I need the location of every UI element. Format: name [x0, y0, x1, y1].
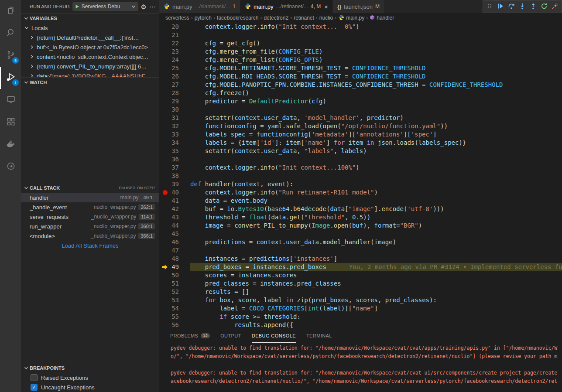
code-line[interactable]: 23 cfg.merge_from_file(CONFIG_FILE)	[159, 48, 562, 56]
code-line[interactable]: 49 pred_boxes = instances.pred_boxesYou,…	[159, 263, 562, 271]
variable-row[interactable]: buf: <_io.BytesIO object at 0x7f5a2dc1ec…	[21, 42, 159, 52]
code-line[interactable]: 28 cfg.freeze()	[159, 89, 562, 97]
line-number-gutter[interactable]: 47	[159, 246, 190, 255]
code-line[interactable]: 56 results.append({	[159, 321, 562, 329]
line-number-gutter[interactable]: 27	[159, 81, 190, 89]
line-number-gutter[interactable]: 56	[159, 321, 190, 329]
line-number-gutter[interactable]: 45	[159, 230, 190, 238]
editor-tab-2[interactable]: {}launch.jsonM	[333, 0, 384, 13]
code-line[interactable]: 50 scores = instances.scores	[159, 271, 562, 280]
gear-icon[interactable]: ⚙	[141, 3, 147, 10]
line-number-gutter[interactable]: 34	[159, 139, 190, 147]
activity-item-live-share[interactable]	[0, 156, 21, 178]
step-over-button[interactable]	[506, 2, 517, 12]
code-line[interactable]: 22 cfg = get_cfg()	[159, 39, 562, 48]
panel-tab-output[interactable]: OUTPUT	[220, 329, 241, 343]
line-number-gutter[interactable]: 48	[159, 255, 190, 263]
breadcrumb-item[interactable]: serverless	[165, 15, 189, 21]
line-number-gutter[interactable]: 55	[159, 313, 190, 321]
load-all-stack-frames-link[interactable]: Load All Stack Frames	[21, 241, 159, 251]
callstack-frame[interactable]: _handle_event_nuclio_wrapper.py262:1	[21, 202, 159, 212]
launch-config-picker[interactable]: Serverless Debu	[72, 2, 138, 11]
code-line[interactable]: 24 cfg.merge_from_list(CONFIG_OPTS)	[159, 56, 562, 64]
callstack-frame[interactable]: serve_requests_nuclio_wrapper.py114:1	[21, 212, 159, 222]
line-number-gutter[interactable]: 38	[159, 172, 190, 180]
callstack-frame[interactable]: handlermain.py49:1	[21, 193, 159, 202]
checkbox[interactable]: ✓	[31, 384, 38, 391]
line-number-gutter[interactable]: 50	[159, 271, 190, 280]
code-line[interactable]: 25 cfg.MODEL.RETINANET.SCORE_THRESH_TEST…	[159, 64, 562, 72]
line-number-gutter[interactable]: 33	[159, 130, 190, 139]
variable-row[interactable]: data: {'image': 'iVBORw0KG…AAAANSUhE…	[21, 71, 159, 77]
code-line[interactable]: 45	[159, 230, 562, 238]
activity-item-explorer[interactable]	[0, 0, 21, 22]
code-line[interactable]: 20 context.logger.info("Init context... …	[159, 23, 562, 31]
line-number-gutter[interactable]: 29	[159, 97, 190, 106]
activity-item-extensions[interactable]	[0, 111, 21, 133]
code-line[interactable]: 55 if score >= threshold:	[159, 313, 562, 321]
panel-tab-terminal[interactable]: TERMINAL	[306, 329, 332, 343]
line-number-gutter[interactable]: 42	[159, 205, 190, 213]
callstack-frame[interactable]: <module>_nuclio_wrapper.py366:1	[21, 231, 159, 241]
code-line[interactable]: 30	[159, 106, 562, 114]
line-number-gutter[interactable]: 28	[159, 89, 190, 97]
line-number-gutter[interactable]: 40	[159, 188, 190, 197]
code-line[interactable]: 47	[159, 246, 562, 255]
line-number-gutter[interactable]: 30	[159, 106, 190, 114]
code-line[interactable]: 43 threshold = float(data.get("threshold…	[159, 213, 562, 222]
breakpoint-icon[interactable]	[163, 190, 168, 195]
breadcrumb-item[interactable]: detectron2	[264, 15, 288, 21]
callstack-frame[interactable]: run_wrapper_nuclio_wrapper.py360:1	[21, 222, 159, 231]
code-line[interactable]: 46 predictions = context.user_data.model…	[159, 238, 562, 246]
editor-tab-1[interactable]: main.py.../retinanet/...4, M×	[240, 0, 333, 13]
line-number-gutter[interactable]: 26	[159, 72, 190, 81]
line-number-gutter[interactable]: 44	[159, 222, 190, 230]
line-number-gutter[interactable]: 36	[159, 155, 190, 164]
code-line[interactable]: 39def handler(context, event):	[159, 180, 562, 188]
activity-item-docker[interactable]	[0, 133, 21, 156]
watch-section-header[interactable]: WATCH	[21, 77, 159, 87]
line-number-gutter[interactable]: 39	[159, 180, 190, 188]
code-line[interactable]: 53 for box, score, label in zip(pred_box…	[159, 296, 562, 304]
code-line[interactable]: 52 results = []	[159, 288, 562, 296]
line-number-gutter[interactable]: 32	[159, 122, 190, 130]
variable-row[interactable]: (return) DefaultPredictor.__call__: {'in…	[21, 33, 159, 42]
line-number-gutter[interactable]: 43	[159, 213, 190, 222]
line-number-gutter[interactable]: 41	[159, 197, 190, 205]
code-line[interactable]: 54 label = COCO_CATEGORIES[int(label)]["…	[159, 304, 562, 313]
activity-item-search[interactable]	[0, 22, 21, 44]
code-line[interactable]: 48 instances = predictions['instances']	[159, 255, 562, 263]
code-line[interactable]: 37 context.logger.info("Init context...1…	[159, 164, 562, 172]
line-number-gutter[interactable]: 54	[159, 304, 190, 313]
line-number-gutter[interactable]: 51	[159, 280, 190, 288]
code-line[interactable]: 31 setattr(context.user_data, 'model_han…	[159, 114, 562, 122]
breakpoints-section-header[interactable]: BREAKPOINTS	[21, 363, 159, 373]
code-line[interactable]: 32 functionconfig = yaml.safe_load(open(…	[159, 122, 562, 130]
breadcrumb-item[interactable]: nuclio	[319, 15, 333, 21]
activity-item-run-and-debug[interactable]: 1	[0, 67, 21, 89]
panel-tab-problems[interactable]: PROBLEMS12	[170, 329, 210, 343]
line-number-gutter[interactable]: 53	[159, 296, 190, 304]
breadcrumb-item[interactable]: handler	[370, 15, 394, 21]
variables-scope-locals[interactable]: Locals	[21, 23, 159, 33]
breadcrumb-item[interactable]: facebookresearch	[217, 15, 258, 21]
code-line[interactable]: 35 setattr(context.user_data, "labels", …	[159, 147, 562, 155]
variable-row[interactable]: (return) convert_PIL_to_numpy: array([[[…	[21, 61, 159, 71]
line-number-gutter[interactable]: 21	[159, 31, 190, 39]
code-line[interactable]: 29 predictor = DefaultPredictor(cfg)	[159, 97, 562, 106]
line-number-gutter[interactable]: 23	[159, 48, 190, 56]
code-line[interactable]: 41 data = event.body	[159, 197, 562, 205]
callstack-section-header[interactable]: CALL STACK PAUSED ON STEP	[21, 183, 159, 193]
code-line[interactable]: 21	[159, 31, 562, 39]
code-line[interactable]: 51 pred_classes = instances.pred_classes	[159, 280, 562, 288]
variables-section-header[interactable]: VARIABLES	[21, 13, 159, 23]
line-number-gutter[interactable]: 46	[159, 238, 190, 246]
activity-item-remote-explorer[interactable]	[0, 89, 21, 111]
code-line[interactable]: 40 context.logger.info("Run retinanet-R1…	[159, 188, 562, 197]
code-editor[interactable]: 20 context.logger.info("Init context... …	[159, 23, 562, 329]
more-actions-icon[interactable]: ⋯	[149, 3, 156, 10]
continue-button[interactable]	[495, 2, 506, 12]
line-number-gutter[interactable]: 49	[159, 263, 190, 271]
line-number-gutter[interactable]: 37	[159, 164, 190, 172]
code-line[interactable]: 33 labels_spec = functionconfig['metadat…	[159, 130, 562, 139]
